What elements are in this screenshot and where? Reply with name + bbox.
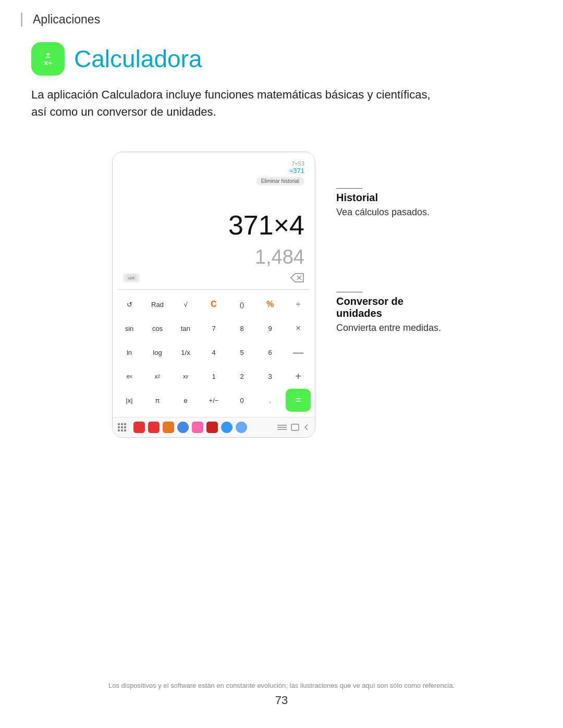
btn-plus[interactable]: + [286, 365, 311, 388]
annotation-historial-text: Vea cálculos pasados. [336, 206, 451, 219]
display-bottom: unit [113, 268, 315, 289]
result-value: 1,484 [113, 246, 315, 268]
annotation-conversor: Conversor de unidades Convierta entre me… [336, 292, 451, 335]
btn-log[interactable]: log [145, 341, 170, 364]
history-expression: 7×53 [123, 161, 304, 167]
nav-app-2[interactable] [148, 422, 160, 433]
btn-equals[interactable]: = [286, 389, 311, 412]
annotation-conversor-text: Convierta entre medidas. [336, 322, 451, 335]
btn-rotate[interactable]: ↺ [117, 293, 142, 316]
footer-page: 73 [0, 694, 563, 707]
nav-app-8[interactable] [236, 422, 247, 433]
nav-app-1[interactable] [133, 422, 145, 433]
main-expression: 371×4 [113, 199, 315, 246]
nav-app-5[interactable] [192, 422, 203, 433]
btn-cos[interactable]: cos [145, 317, 170, 340]
app-icon: ± ×÷ [31, 42, 65, 76]
nav-grid-icon[interactable] [118, 423, 126, 431]
btn-7[interactable]: 7 [201, 317, 226, 340]
btn-clear[interactable]: C [201, 293, 226, 316]
btn-dot[interactable]: . [258, 389, 283, 412]
btn-6[interactable]: 6 [258, 341, 283, 364]
btn-abs[interactable]: |x| [117, 389, 142, 412]
btn-pi[interactable]: π [145, 389, 170, 412]
app-header: ± ×÷ Calculadora [0, 27, 563, 86]
nav-app-4[interactable] [177, 422, 189, 433]
btn-0[interactable]: 0 [229, 389, 254, 412]
app-title: Calculadora [74, 45, 202, 73]
phone-mockup: 7×53 =371 Eliminar historial 371×4 1,484… [112, 152, 315, 438]
btn-tan[interactable]: tan [173, 317, 198, 340]
btn-9[interactable]: 9 [258, 317, 283, 340]
btn-sqrt[interactable]: √ [173, 293, 198, 316]
breadcrumb: Aplicaciones [33, 13, 100, 26]
btn-percent[interactable]: % [258, 293, 283, 316]
btn-5[interactable]: 5 [229, 341, 254, 364]
btn-parens[interactable]: () [229, 293, 254, 316]
nav-app-3[interactable] [163, 422, 174, 433]
btn-divide[interactable]: ÷ [286, 293, 311, 316]
btn-e[interactable]: e [173, 389, 198, 412]
btn-ex[interactable]: ex [117, 365, 142, 388]
btn-sin[interactable]: sin [117, 317, 142, 340]
nav-app-6[interactable] [206, 422, 218, 433]
annotation-historial-title: Historial [336, 192, 451, 204]
calc-row-2: sin cos tan 7 8 9 × [117, 317, 311, 340]
btn-2[interactable]: 2 [229, 365, 254, 388]
nav-app-7[interactable] [221, 422, 232, 433]
svg-text:unit: unit [128, 276, 134, 280]
btn-x2[interactable]: x2 [145, 365, 170, 388]
history-result: =371 [123, 167, 304, 175]
nav-square-icon[interactable] [291, 424, 299, 431]
calc-row-5: |x| π e +/− 0 . = [117, 389, 311, 412]
btn-ln[interactable]: ln [117, 341, 142, 364]
app-description: La aplicación Calculadora incluye funcio… [0, 86, 469, 141]
footer-note: Los dispositivos y el software están en … [0, 682, 563, 689]
btn-4[interactable]: 4 [201, 341, 226, 364]
history-section: 7×53 =371 Eliminar historial [113, 152, 315, 199]
content-area: 7×53 =371 Eliminar historial 371×4 1,484… [0, 141, 563, 448]
btn-3[interactable]: 3 [258, 365, 283, 388]
calc-row-1: ↺ Rad √ C () % ÷ [117, 293, 311, 316]
btn-1-x[interactable]: 1/x [173, 341, 198, 364]
annotation-historial: Historial Vea cálculos pasados. [336, 188, 451, 219]
svg-rect-7 [291, 424, 299, 430]
annotations-panel: Historial Vea cálculos pasados. Converso… [336, 152, 451, 335]
calculator-buttons: ↺ Rad √ C () % ÷ sin cos tan 7 8 9 × ln [113, 290, 315, 417]
btn-minus[interactable]: — [286, 341, 311, 364]
footer: Los dispositivos y el software están en … [0, 682, 563, 707]
btn-multiply[interactable]: × [286, 317, 311, 340]
btn-rad[interactable]: Rad [145, 293, 170, 316]
unit-converter-icon[interactable]: unit [123, 273, 140, 282]
btn-1[interactable]: 1 [201, 365, 226, 388]
nav-menu-icon[interactable] [277, 424, 287, 430]
annotation-conversor-title: Conversor de unidades [336, 295, 451, 319]
calc-row-3: ln log 1/x 4 5 6 — [117, 341, 311, 364]
nav-back-icon[interactable] [303, 424, 310, 431]
bottom-nav [113, 417, 315, 437]
btn-plus-minus[interactable]: +/− [201, 389, 226, 412]
btn-xy[interactable]: xy [173, 365, 198, 388]
calc-row-4: ex x2 xy 1 2 3 + [117, 365, 311, 388]
btn-8[interactable]: 8 [229, 317, 254, 340]
delete-history-button[interactable]: Eliminar historial [256, 177, 304, 186]
backspace-icon[interactable] [290, 273, 304, 283]
